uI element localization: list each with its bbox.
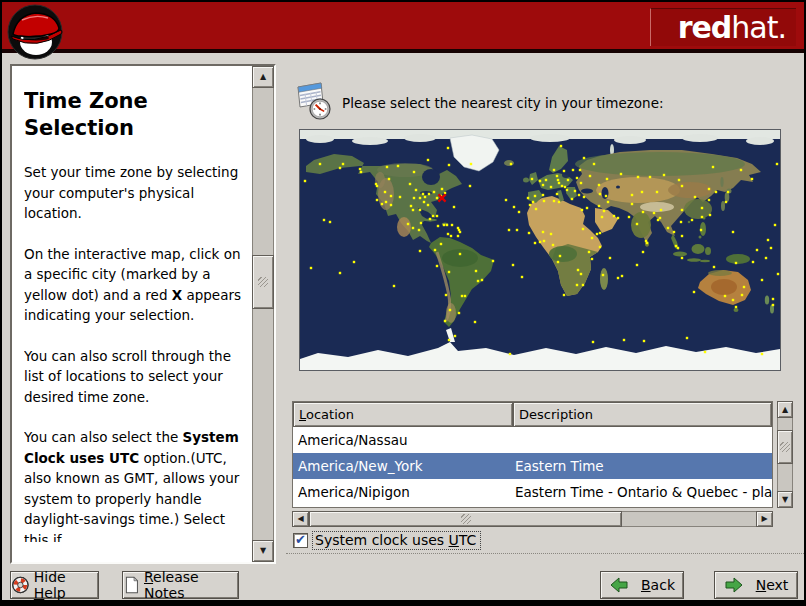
table-hscrollbar-thumb[interactable] — [309, 511, 622, 527]
help-panel: Time Zone Selection Set your time zone b… — [10, 64, 276, 564]
installer-window: redhat. Time Zone Selection Set your tim… — [0, 0, 806, 606]
table-hscrollbar[interactable]: ◀ ▶ — [292, 511, 773, 527]
document-icon — [123, 575, 140, 595]
check-icon: ✔ — [295, 533, 306, 546]
release-notes-button[interactable]: Release Notes — [122, 571, 239, 599]
lifebuoy-icon — [11, 575, 30, 595]
page-title: Time Zone Selection — [24, 88, 204, 142]
column-header-location[interactable]: Location — [293, 402, 513, 427]
utc-checkbox-row[interactable]: ✔ System clock uses UTC — [293, 531, 481, 550]
table-row[interactable]: America/NipigonEastern Time - Ontario & … — [293, 479, 772, 505]
table-header: Location Description — [293, 402, 772, 427]
table-row[interactable]: America/Nassau — [293, 427, 772, 453]
scroll-down-icon[interactable]: ▼ — [252, 540, 274, 562]
back-button[interactable]: Back — [600, 571, 684, 599]
hide-help-button[interactable]: Hide Help — [10, 571, 99, 599]
back-arrow-icon — [609, 577, 629, 593]
timezone-table: Location Description America/Nassau Amer… — [292, 401, 773, 508]
title-bar-divider — [2, 49, 804, 53]
help-paragraph: You can also scroll through the list of … — [24, 346, 250, 408]
prompt-label: Please select the nearest city in your t… — [342, 95, 664, 111]
help-scrollbar[interactable]: ▲ ▼ — [252, 66, 274, 562]
column-header-description[interactable]: Description — [513, 402, 772, 427]
scroll-up-icon[interactable]: ▲ — [777, 401, 793, 418]
wordmark-hat: hat. — [731, 10, 786, 45]
utc-checkbox-label[interactable]: System clock uses UTC — [312, 531, 481, 550]
timezone-clock-icon — [293, 78, 333, 122]
next-arrow-icon — [724, 577, 744, 593]
table-vscrollbar-thumb[interactable] — [777, 430, 793, 464]
scroll-down-icon[interactable]: ▼ — [777, 491, 793, 508]
scroll-right-icon[interactable]: ▶ — [756, 511, 773, 527]
redhat-shadowman-icon — [6, 3, 64, 61]
help-paragraph: Set your time zone by selecting your com… — [24, 162, 250, 224]
world-map-svg — [300, 130, 780, 370]
scroll-left-icon[interactable]: ◀ — [292, 511, 309, 527]
button-bar-separator — [286, 553, 804, 554]
world-map[interactable] — [300, 130, 780, 370]
next-button[interactable]: Next — [714, 571, 798, 599]
scroll-up-icon[interactable]: ▲ — [252, 66, 274, 88]
redhat-wordmark: redhat. — [650, 8, 796, 46]
help-scrollbar-thumb[interactable] — [252, 255, 274, 309]
help-paragraph: You can also select the System Clock use… — [24, 427, 250, 542]
table-vscrollbar[interactable]: ▲ ▼ — [777, 401, 793, 508]
help-scrollbar-trough[interactable] — [252, 66, 274, 562]
wordmark-red: red — [678, 10, 732, 45]
table-row[interactable]: America/New_YorkEastern Time — [293, 453, 772, 479]
help-paragraph: On the interactive map, click on a speci… — [24, 244, 250, 326]
utc-checkbox[interactable]: ✔ — [293, 533, 308, 548]
help-text: Time Zone Selection Set your time zone b… — [24, 88, 250, 542]
